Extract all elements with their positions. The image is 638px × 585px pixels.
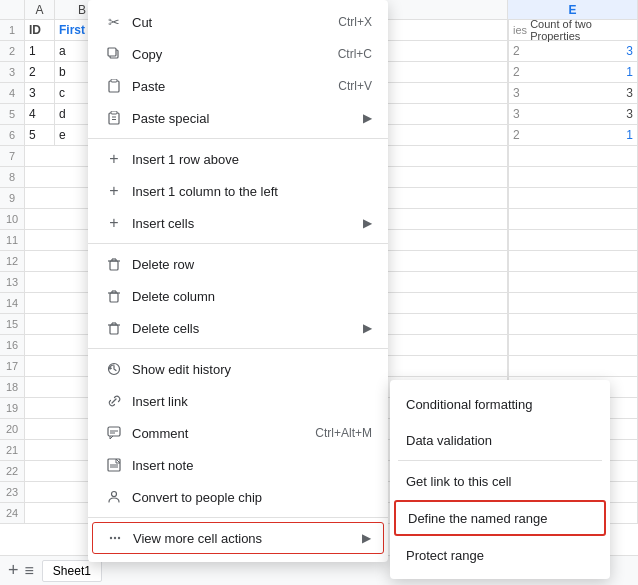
menu-item-delete-row[interactable]: Delete row xyxy=(88,248,388,280)
row-num-4: 4 xyxy=(0,83,25,103)
svg-rect-18 xyxy=(110,325,118,334)
svg-rect-3 xyxy=(111,79,117,82)
trash-row-icon xyxy=(104,257,124,271)
svg-rect-4 xyxy=(109,113,119,124)
plus-icon-col: + xyxy=(104,182,124,200)
menu-item-more-actions[interactable]: View more cell actions ▶ xyxy=(92,522,384,554)
cell-e6[interactable]: 21 xyxy=(508,125,638,145)
plus-icon-cells: + xyxy=(104,214,124,232)
delete-cells-label: Delete cells xyxy=(132,321,363,336)
paste-shortcut: Ctrl+V xyxy=(338,79,372,93)
define-named-range-label: Define the named range xyxy=(408,511,547,526)
menu-item-comment[interactable]: Comment Ctrl+Alt+M xyxy=(88,417,388,449)
cell-e3[interactable]: 21 xyxy=(508,62,638,82)
history-icon xyxy=(104,362,124,376)
divider-3 xyxy=(88,348,388,349)
menu-item-delete-cells[interactable]: Delete cells ▶ xyxy=(88,312,388,344)
cell-a5[interactable]: 4 xyxy=(25,104,55,124)
menu-item-insert-note[interactable]: Insert note xyxy=(88,449,388,481)
cut-shortcut: Ctrl+X xyxy=(338,15,372,29)
menu-item-copy[interactable]: Copy Ctrl+C xyxy=(88,38,388,70)
insert-cells-arrow: ▶ xyxy=(363,216,372,230)
cell-a2[interactable]: 1 xyxy=(25,41,55,61)
insert-cells-label: Insert cells xyxy=(132,216,363,231)
edit-history-label: Show edit history xyxy=(132,362,372,377)
submenu-item-get-link[interactable]: Get link to this cell xyxy=(390,463,610,499)
more-actions-label: View more cell actions xyxy=(133,531,362,546)
menu-item-insert-row[interactable]: + Insert 1 row above xyxy=(88,143,388,175)
more-actions-icon xyxy=(105,531,125,545)
delete-row-label: Delete row xyxy=(132,257,372,272)
col-header-e: E xyxy=(508,0,638,19)
submenu-divider xyxy=(398,460,602,461)
paste-special-arrow: ▶ xyxy=(363,111,372,125)
insert-col-label: Insert 1 column to the left xyxy=(132,184,372,199)
row-num-6: 6 xyxy=(0,125,25,145)
people-chip-label: Convert to people chip xyxy=(132,490,372,505)
menu-item-paste[interactable]: Paste Ctrl+V xyxy=(88,70,388,102)
menu-item-insert-link[interactable]: Insert link xyxy=(88,385,388,417)
row-num-1: 1 xyxy=(0,20,25,40)
menu-item-insert-cells[interactable]: + Insert cells ▶ xyxy=(88,207,388,239)
plus-icon-row: + xyxy=(104,150,124,168)
insert-link-label: Insert link xyxy=(132,394,372,409)
menu-item-delete-col[interactable]: Delete column xyxy=(88,280,388,312)
menu-item-cut[interactable]: ✂ Cut Ctrl+X xyxy=(88,6,388,38)
menu-item-edit-history[interactable]: Show edit history xyxy=(88,353,388,385)
trash-cells-icon xyxy=(104,321,124,335)
svg-rect-13 xyxy=(110,293,118,302)
row-num-header xyxy=(0,0,25,19)
context-menu: ✂ Cut Ctrl+X Copy Ctrl+C Paste Ctrl+V Pa… xyxy=(88,0,388,562)
cell-e2[interactable]: 23 xyxy=(508,41,638,61)
paste-icon xyxy=(104,79,124,93)
scissors-icon: ✂ xyxy=(104,14,124,30)
menu-item-insert-col[interactable]: + Insert 1 column to the left xyxy=(88,175,388,207)
get-link-label: Get link to this cell xyxy=(406,474,512,489)
sheet-menu-button[interactable]: ≡ xyxy=(25,562,34,580)
divider-1 xyxy=(88,138,388,139)
delete-cells-arrow: ▶ xyxy=(363,321,372,335)
svg-point-31 xyxy=(110,537,112,539)
svg-point-32 xyxy=(114,537,116,539)
cell-e4[interactable]: 33 xyxy=(508,83,638,103)
divider-4 xyxy=(88,517,388,518)
cell-a6[interactable]: 5 xyxy=(25,125,55,145)
insert-row-label: Insert 1 row above xyxy=(132,152,372,167)
more-actions-arrow: ▶ xyxy=(362,531,371,545)
svg-point-30 xyxy=(112,492,117,497)
paste-label: Paste xyxy=(132,79,314,94)
data-validation-label: Data validation xyxy=(406,433,492,448)
menu-item-paste-special[interactable]: Paste special ▶ xyxy=(88,102,388,134)
divider-2 xyxy=(88,243,388,244)
paste-special-icon xyxy=(104,111,124,125)
sheet-tab[interactable]: Sheet1 xyxy=(42,560,102,582)
copy-label: Copy xyxy=(132,47,314,62)
row-num-2: 2 xyxy=(0,41,25,61)
protect-range-label: Protect range xyxy=(406,548,484,563)
svg-rect-8 xyxy=(110,261,118,270)
cell-e1[interactable]: ies Count of two Properties xyxy=(508,20,638,40)
insert-note-label: Insert note xyxy=(132,458,372,473)
person-icon xyxy=(104,490,124,504)
submenu-item-conditional[interactable]: Conditional formatting xyxy=(390,386,610,422)
trash-col-icon xyxy=(104,289,124,303)
copy-icon xyxy=(104,47,124,61)
svg-point-33 xyxy=(118,537,120,539)
cell-a1[interactable]: ID xyxy=(25,20,55,40)
note-icon xyxy=(104,458,124,472)
row-num-3: 3 xyxy=(0,62,25,82)
submenu-item-data-validation[interactable]: Data validation xyxy=(390,422,610,458)
submenu-item-define-range[interactable]: Define the named range xyxy=(394,500,606,536)
cell-e5[interactable]: 33 xyxy=(508,104,638,124)
copy-shortcut: Ctrl+C xyxy=(338,47,372,61)
cut-label: Cut xyxy=(132,15,314,30)
svg-rect-5 xyxy=(111,111,117,114)
svg-rect-1 xyxy=(108,48,116,56)
submenu-item-protect-range[interactable]: Protect range xyxy=(390,537,610,573)
cell-a4[interactable]: 3 xyxy=(25,83,55,103)
menu-item-people-chip[interactable]: Convert to people chip xyxy=(88,481,388,513)
comment-label: Comment xyxy=(132,426,291,441)
cell-a3[interactable]: 2 xyxy=(25,62,55,82)
comment-icon xyxy=(104,426,124,440)
add-sheet-button[interactable]: + xyxy=(8,560,19,581)
